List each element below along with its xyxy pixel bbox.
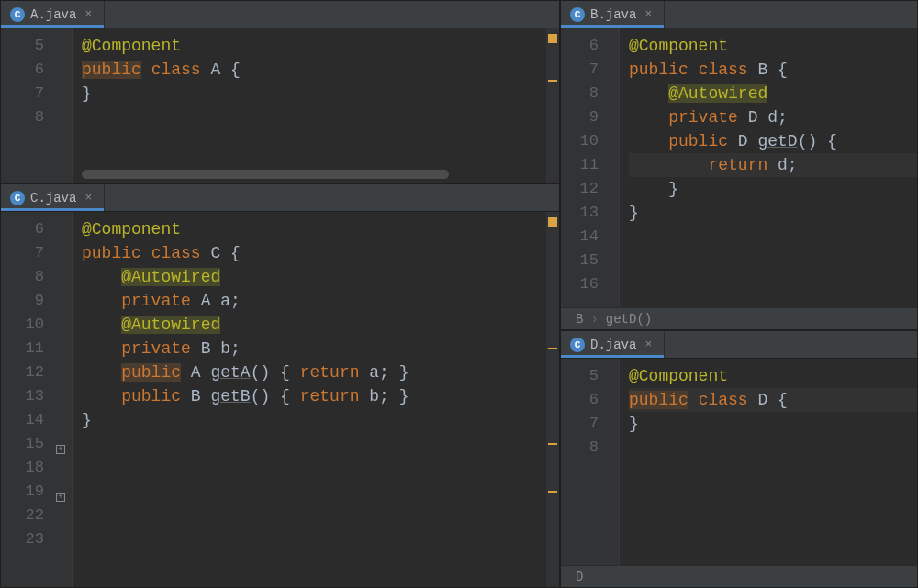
- close-icon[interactable]: ×: [82, 7, 95, 21]
- line-number: 10: [561, 129, 599, 153]
- editor-pane-b: C B.java × 678910111213141516 @Component…: [560, 0, 918, 330]
- code-area[interactable]: @Componentpublic class A {}: [73, 28, 559, 183]
- tab-label: A.java: [30, 7, 76, 22]
- code-line[interactable]: public class C {: [82, 241, 559, 265]
- line-number: 6: [1, 217, 44, 241]
- gutter: 678910111213141516: [561, 28, 620, 307]
- line-number: 12: [1, 361, 44, 384]
- gutter: 5678: [561, 359, 620, 565]
- gutter: + + 678910111213141518192223: [1, 212, 73, 587]
- fold-expand-icon[interactable]: +: [56, 445, 65, 454]
- code-line[interactable]: @Component: [629, 34, 917, 58]
- code-line[interactable]: private A a;: [82, 289, 559, 313]
- tab-bar: C A.java ×: [1, 1, 559, 28]
- code-line[interactable]: }: [629, 201, 917, 225]
- code-line[interactable]: @Autowired: [629, 82, 917, 105]
- line-number: 5: [561, 364, 599, 388]
- code-area[interactable]: @Componentpublic class C { @Autowired pr…: [73, 212, 559, 587]
- line-number: 14: [1, 408, 44, 432]
- line-number: 6: [561, 388, 599, 412]
- code-line[interactable]: public B getB() { return b; }: [82, 384, 559, 408]
- code-area[interactable]: @Componentpublic class D {}: [620, 359, 917, 565]
- tab-bar: C D.java ×: [561, 331, 917, 359]
- close-icon[interactable]: ×: [642, 7, 655, 21]
- editor[interactable]: + + 678910111213141518192223 @Componentp…: [1, 212, 559, 587]
- breadcrumb-item[interactable]: D: [576, 570, 583, 584]
- line-number: 19: [1, 480, 44, 504]
- line-number: 7: [1, 82, 44, 105]
- line-number: 8: [561, 436, 599, 460]
- line-number: 18: [1, 456, 44, 480]
- code-line[interactable]: public class D {: [629, 388, 917, 412]
- tab-b-java[interactable]: C B.java ×: [561, 1, 665, 28]
- line-number: 6: [561, 34, 599, 58]
- code-line[interactable]: @Component: [629, 364, 917, 388]
- line-number: 13: [561, 201, 599, 225]
- class-icon: C: [10, 191, 25, 205]
- line-number: 11: [1, 337, 44, 361]
- line-number: 14: [561, 225, 599, 249]
- tab-bar: C B.java ×: [561, 1, 917, 28]
- code-line[interactable]: }: [82, 408, 559, 432]
- line-number: 9: [561, 105, 599, 129]
- code-line[interactable]: @Component: [82, 217, 559, 241]
- code-line[interactable]: private D d;: [629, 105, 917, 129]
- line-number: 15: [1, 432, 44, 456]
- line-number: 7: [561, 58, 599, 82]
- chevron-right-icon: ›: [590, 312, 598, 327]
- gutter: 5678: [1, 28, 73, 183]
- line-number: 8: [1, 265, 44, 289]
- line-number: 5: [1, 34, 44, 58]
- code-line[interactable]: @Autowired: [82, 265, 559, 289]
- line-number: 10: [1, 313, 44, 337]
- editor-pane-a: C A.java × 5678 @Componentpublic class A…: [0, 0, 560, 183]
- tab-bar: C C.java ×: [1, 184, 559, 212]
- code-line[interactable]: private B b;: [82, 337, 559, 361]
- line-number: 9: [1, 289, 44, 313]
- line-number: 8: [561, 82, 599, 105]
- tab-c-java[interactable]: C C.java ×: [1, 184, 105, 211]
- code-line[interactable]: public class A {: [82, 58, 559, 82]
- breadcrumb-item[interactable]: getD(): [606, 312, 652, 327]
- tab-label: B.java: [590, 7, 636, 22]
- line-number: 8: [1, 105, 44, 129]
- code-area[interactable]: @Componentpublic class B { @Autowired pr…: [620, 28, 917, 307]
- code-line[interactable]: public A getA() { return a; }: [82, 361, 559, 384]
- marker-stripe: [546, 212, 559, 587]
- code-line[interactable]: public class B {: [629, 58, 917, 82]
- breadcrumb[interactable]: D: [561, 565, 917, 587]
- line-number: 11: [561, 153, 599, 177]
- class-icon: C: [10, 7, 25, 22]
- line-number: 23: [1, 527, 44, 551]
- code-line[interactable]: @Component: [82, 34, 559, 58]
- class-icon: C: [570, 7, 585, 22]
- line-number: 15: [561, 249, 599, 272]
- code-line[interactable]: return d;: [629, 153, 917, 177]
- fold-expand-icon[interactable]: +: [56, 493, 65, 502]
- code-line[interactable]: }: [629, 177, 917, 201]
- editor[interactable]: 678910111213141516 @Componentpublic clas…: [561, 28, 917, 307]
- tab-d-java[interactable]: C D.java ×: [561, 331, 665, 358]
- editor[interactable]: 5678 @Componentpublic class D {}: [561, 359, 917, 565]
- line-number: 16: [561, 272, 599, 296]
- line-number: 13: [1, 384, 44, 408]
- class-icon: C: [570, 338, 585, 352]
- horizontal-scrollbar[interactable]: [82, 170, 449, 179]
- tab-label: D.java: [590, 338, 636, 352]
- tab-a-java[interactable]: C A.java ×: [1, 1, 105, 28]
- code-line[interactable]: }: [629, 412, 917, 436]
- code-line[interactable]: @Autowired: [82, 313, 559, 337]
- close-icon[interactable]: ×: [642, 338, 655, 351]
- line-number: 7: [1, 241, 44, 265]
- editor-pane-c: C C.java × + + 678910111213141518192223 …: [0, 183, 560, 588]
- breadcrumb-item[interactable]: B: [576, 312, 583, 327]
- line-number: 22: [1, 504, 44, 527]
- editor[interactable]: 5678 @Componentpublic class A {}: [1, 28, 559, 183]
- code-line[interactable]: public D getD() {: [629, 129, 917, 153]
- close-icon[interactable]: ×: [82, 191, 95, 205]
- line-number: 6: [1, 58, 44, 82]
- code-line[interactable]: }: [82, 82, 559, 105]
- editor-pane-d: C D.java × 5678 @Componentpublic class D…: [560, 330, 918, 588]
- tab-label: C.java: [30, 191, 76, 205]
- breadcrumb[interactable]: B › getD(): [561, 307, 917, 329]
